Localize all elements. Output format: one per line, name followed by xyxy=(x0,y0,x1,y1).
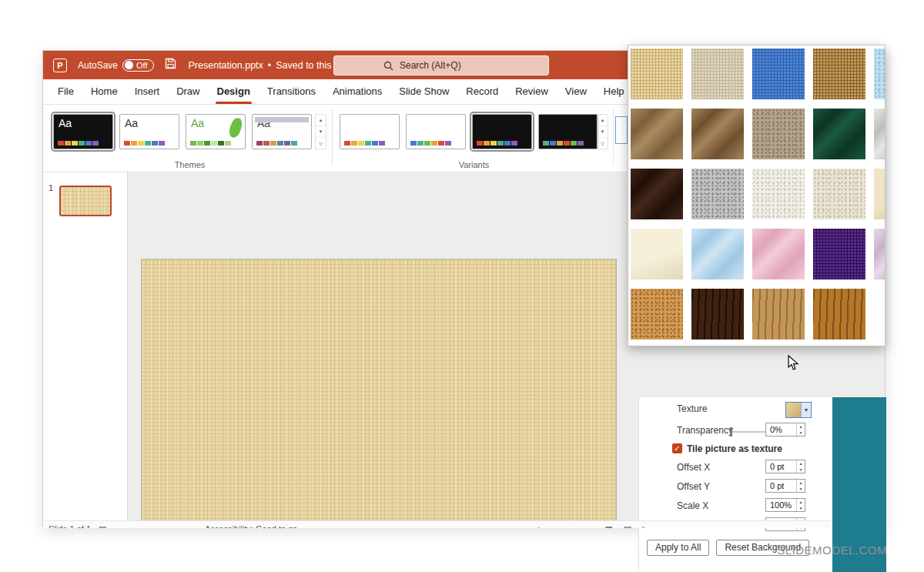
theme-color-strip xyxy=(543,141,584,146)
texture-swatch-green-marble[interactable] xyxy=(813,109,865,159)
slide-canvas[interactable] xyxy=(141,259,617,527)
transparency-spinner[interactable]: 0% ▲▼ xyxy=(765,423,805,437)
spinner-arrows[interactable]: ▲▼ xyxy=(796,460,805,473)
spinner-input[interactable]: 0 pt▲▼ xyxy=(765,479,805,493)
variant-thumbnail[interactable] xyxy=(538,114,598,149)
slider-handle[interactable] xyxy=(730,427,732,437)
spin-down-icon[interactable]: ▼ xyxy=(797,505,805,511)
scroll-up-icon[interactable]: ▲ xyxy=(598,115,608,126)
status-bar: Slide 1 of 1 ▤ Accessibility: Good to go… xyxy=(43,520,832,528)
texture-swatch-stationery[interactable] xyxy=(631,229,683,279)
texture-swatch-canvas[interactable] xyxy=(691,49,744,99)
format-field-row: Scale X100%▲▼ xyxy=(639,497,832,517)
tab-insert[interactable]: Insert xyxy=(126,79,169,104)
scroll-down-icon[interactable]: ▼ xyxy=(598,126,608,138)
save-icon[interactable] xyxy=(165,58,176,72)
view-buttons[interactable]: ▭▦▤▷ xyxy=(586,521,660,528)
gallery-more-icon[interactable]: ▽ xyxy=(598,138,608,149)
texture-swatch-papyrus[interactable] xyxy=(631,49,683,99)
dropdown-arrow-icon: ▼ xyxy=(802,403,811,417)
texture-swatch-oak[interactable] xyxy=(752,289,805,340)
texture-swatch-cork[interactable] xyxy=(631,289,683,340)
texture-swatch-denim[interactable] xyxy=(752,49,805,99)
spinner-input[interactable]: 100%▲▼ xyxy=(765,498,805,512)
spin-down-icon[interactable]: ▼ xyxy=(797,467,805,473)
theme-thumbnail[interactable]: Aa xyxy=(252,114,312,149)
tab-view[interactable]: View xyxy=(557,79,595,104)
scroll-down-icon[interactable]: ▼ xyxy=(316,126,326,138)
spinner-arrows[interactable]: ▲▼ xyxy=(796,423,805,436)
spin-up-icon[interactable]: ▲ xyxy=(797,480,805,486)
tab-review[interactable]: Review xyxy=(507,79,557,104)
tab-slide-show[interactable]: Slide Show xyxy=(390,79,457,104)
texture-swatch-purple-mesh[interactable] xyxy=(813,229,865,279)
transparency-value: 0% xyxy=(766,423,796,436)
tab-home[interactable]: Home xyxy=(82,79,126,104)
spin-down-icon[interactable]: ▼ xyxy=(797,486,805,492)
texture-swatch-bouquet[interactable] xyxy=(874,229,886,279)
texture-swatch-walnut[interactable] xyxy=(691,289,744,340)
spin-up-icon[interactable]: ▲ xyxy=(797,499,805,505)
zoom-out-icon[interactable]: — xyxy=(794,521,802,528)
theme-thumbnail[interactable]: Aa xyxy=(53,114,113,149)
ribbon-clipped-control[interactable] xyxy=(615,116,628,144)
autosave-control[interactable]: AutoSave Off xyxy=(78,59,154,72)
texture-swatch-woven-mat[interactable] xyxy=(813,49,865,99)
texture-swatch-sand[interactable] xyxy=(752,109,805,159)
variant-thumbnail[interactable] xyxy=(406,114,466,149)
theme-thumbnail[interactable]: Aa xyxy=(186,114,246,149)
slide-thumbnail[interactable] xyxy=(59,186,112,216)
texture-swatch-granite[interactable] xyxy=(691,169,744,219)
scroll-up-icon[interactable]: ▲ xyxy=(316,115,326,126)
autosave-state: Off xyxy=(136,61,147,70)
texture-swatch-recycled-paper[interactable] xyxy=(813,169,865,219)
texture-swatch-water-droplets[interactable] xyxy=(874,49,886,99)
document-title[interactable]: Presentation.pptx • Saved to this PC ▾ xyxy=(189,60,356,71)
texture-swatch-paper-bag[interactable] xyxy=(631,109,683,159)
search-icon xyxy=(383,61,393,71)
tab-design[interactable]: Design xyxy=(209,79,259,104)
texture-gallery-popup xyxy=(628,45,886,346)
tab-transitions[interactable]: Transitions xyxy=(259,79,324,104)
spin-down-icon[interactable]: ▼ xyxy=(797,430,805,436)
autosave-toggle[interactable]: Off xyxy=(122,59,153,72)
transparency-slider[interactable] xyxy=(730,431,765,433)
tile-checkbox-label: Tile picture as texture xyxy=(687,443,782,454)
toggle-knob-icon xyxy=(125,61,133,69)
tab-animations[interactable]: Animations xyxy=(324,79,390,104)
spin-up-icon[interactable]: ▲ xyxy=(797,460,805,467)
tab-draw[interactable]: Draw xyxy=(168,79,208,104)
spinner-arrows[interactable]: ▲▼ xyxy=(796,499,805,511)
spin-up-icon[interactable]: ▲ xyxy=(797,423,805,430)
themes-scroll-buttons[interactable]: ▲ ▼ ▽ xyxy=(315,114,326,149)
powerpoint-icon: P xyxy=(53,59,67,72)
texture-swatch-blue-tissue-paper[interactable] xyxy=(691,229,744,279)
texture-swatch-medium-wood[interactable] xyxy=(813,289,865,340)
variant-thumbnail[interactable] xyxy=(340,114,400,149)
notes-icon[interactable]: ▤ xyxy=(99,521,106,528)
tile-checkbox[interactable]: ✓ xyxy=(672,443,682,453)
texture-dropdown-button[interactable]: ▼ xyxy=(785,402,812,418)
apply-to-all-button[interactable]: Apply to All xyxy=(647,540,709,556)
spinner-input[interactable]: 0 pt▲▼ xyxy=(765,460,805,473)
transparency-label: Transparency xyxy=(677,425,733,436)
tab-file[interactable]: File xyxy=(49,79,82,104)
texture-swatch-newsprint[interactable] xyxy=(752,169,805,219)
variants-scroll-buttons[interactable]: ▲ ▼ ▽ xyxy=(597,114,608,149)
theme-thumbnail[interactable]: Aa xyxy=(119,114,179,149)
collapse-icon[interactable]: ▲ xyxy=(534,521,543,528)
variant-thumbnail[interactable] xyxy=(472,114,532,149)
tab-record[interactable]: Record xyxy=(457,79,507,104)
texture-swatch-brown-marble[interactable] xyxy=(631,169,683,219)
tile-texture-row: ✓ Tile picture as texture xyxy=(639,442,832,459)
search-input[interactable]: Search (Alt+Q) xyxy=(333,55,549,75)
gallery-more-icon[interactable]: ▽ xyxy=(316,138,326,149)
texture-swatch-parchment[interactable] xyxy=(874,169,886,219)
texture-swatch-white-marble[interactable] xyxy=(874,109,886,159)
texture-swatch-pink-tissue-paper[interactable] xyxy=(752,229,805,279)
accessibility-status[interactable]: Accessibility: Good to go xyxy=(205,521,297,528)
texture-swatch-fish-fossil[interactable] xyxy=(691,109,744,159)
mouse-cursor xyxy=(788,355,799,374)
theme-color-strip xyxy=(344,141,385,146)
spinner-arrows[interactable]: ▲▼ xyxy=(796,480,805,492)
